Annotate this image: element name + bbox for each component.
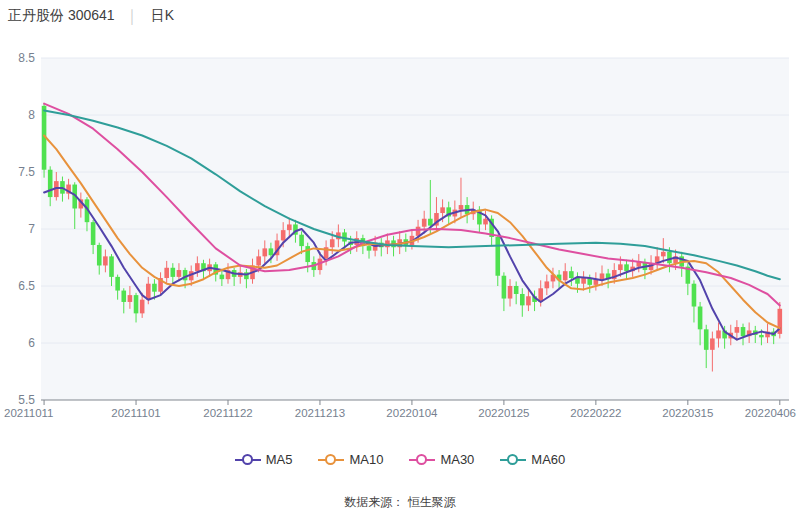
x-axis-label: 20211011 xyxy=(4,407,53,419)
candle-body xyxy=(367,246,372,251)
candle-body xyxy=(422,219,427,227)
candle-body xyxy=(91,222,96,245)
candle-body xyxy=(495,237,500,276)
candle-body xyxy=(128,295,133,302)
candle-body xyxy=(177,270,182,277)
legend-item-ma60[interactable]: MA60 xyxy=(500,452,565,467)
candle-body xyxy=(520,294,525,305)
y-axis-label: 6.5 xyxy=(18,279,35,293)
legend-item-ma10[interactable]: MA10 xyxy=(318,452,383,467)
x-axis-label: 20211213 xyxy=(295,407,345,419)
candle-body xyxy=(140,300,145,314)
x-axis-label: 20220315 xyxy=(662,407,713,419)
ma5-marker-icon xyxy=(235,454,261,466)
x-axis-label: 20211122 xyxy=(203,407,252,419)
candle-body xyxy=(281,230,286,240)
candle-body xyxy=(109,256,114,277)
candle-body xyxy=(704,329,709,350)
candle-body xyxy=(661,252,666,257)
candle-body xyxy=(305,246,310,262)
candle-body xyxy=(195,263,200,271)
candle-body xyxy=(416,227,421,236)
candle-body xyxy=(256,256,261,265)
candle-body xyxy=(545,281,550,288)
x-axis-label: 20220104 xyxy=(386,407,438,419)
candle-body xyxy=(502,276,507,299)
candle-body xyxy=(428,219,433,226)
candle-body xyxy=(600,273,605,279)
legend-label: MA5 xyxy=(266,452,293,467)
candle-body xyxy=(526,296,531,305)
title-separator: │ xyxy=(129,9,137,24)
candle-body xyxy=(514,286,519,294)
candle-body xyxy=(759,335,764,337)
y-axis-label: 6 xyxy=(28,336,35,350)
candle-body xyxy=(121,291,126,302)
kline-plot[interactable]: 8.587.576.565.52021101120211101202111222… xyxy=(0,0,800,445)
candle-body xyxy=(220,275,225,280)
candle-body xyxy=(48,170,53,197)
y-axis-label: 8 xyxy=(28,108,35,122)
legend-item-ma5[interactable]: MA5 xyxy=(235,452,293,467)
candle-body xyxy=(624,264,629,271)
ma10-marker-icon xyxy=(318,454,344,466)
candle-body xyxy=(171,268,176,277)
candle-body xyxy=(269,248,274,255)
stock-title: 正丹股份 300641 xyxy=(8,7,115,25)
chart-header: 正丹股份 300641 │ 日K xyxy=(8,7,174,25)
candle-body xyxy=(692,284,697,307)
candle-body xyxy=(618,264,623,270)
ma30-marker-icon xyxy=(409,454,435,466)
x-axis-label: 20220222 xyxy=(570,407,621,419)
x-axis-label: 20211101 xyxy=(111,407,160,419)
candle-body xyxy=(164,268,169,278)
candle-body xyxy=(563,271,568,280)
candle-body xyxy=(569,271,574,278)
candle-body xyxy=(115,277,120,291)
ma-legend: MA5 MA10 MA30 MA60 xyxy=(0,452,800,467)
candle-body xyxy=(262,248,267,256)
candle-body xyxy=(735,327,740,333)
y-axis-label: 7.5 xyxy=(18,165,35,179)
candle-body xyxy=(698,307,703,330)
y-axis-label: 7 xyxy=(28,222,35,236)
period-tab-daily-k[interactable]: 日K xyxy=(151,7,174,25)
ma60-marker-icon xyxy=(500,454,526,466)
x-axis-label: 20220125 xyxy=(478,407,529,419)
candle-body xyxy=(508,286,513,299)
x-axis-label: 20220406 xyxy=(745,407,796,419)
candlestick-chart[interactable]: 8.587.576.565.52021101120211101202111222… xyxy=(0,0,800,445)
legend-item-ma30[interactable]: MA30 xyxy=(409,452,474,467)
candle-body xyxy=(741,327,746,336)
legend-label: MA60 xyxy=(531,452,565,467)
legend-label: MA10 xyxy=(349,452,383,467)
candle-body xyxy=(581,278,586,284)
candle-body xyxy=(667,252,672,263)
candle-body xyxy=(287,224,292,230)
candle-body xyxy=(716,330,721,338)
y-axis-label: 5.5 xyxy=(18,393,35,407)
candle-body xyxy=(152,284,157,292)
candle-body xyxy=(97,245,102,266)
data-source-note: 数据来源： 恒生聚源 xyxy=(0,494,800,511)
candle-body xyxy=(483,219,488,225)
y-axis-label: 8.5 xyxy=(18,51,35,65)
candle-body xyxy=(134,295,139,313)
candle-body xyxy=(330,239,335,247)
candle-body xyxy=(299,235,304,246)
candle-body xyxy=(440,207,445,213)
candle-body xyxy=(459,205,464,210)
candle-body xyxy=(103,256,108,265)
candle-body xyxy=(710,338,715,349)
legend-label: MA30 xyxy=(440,452,474,467)
